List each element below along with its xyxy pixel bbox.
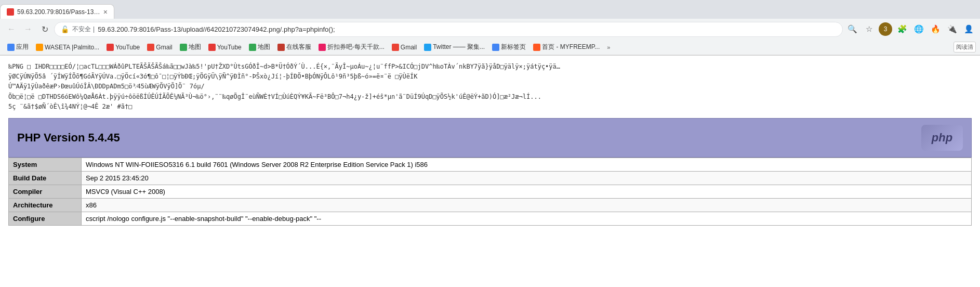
table-cell-value: MSVC9 (Visual C++ 2008) (82, 185, 972, 198)
garbled-text-block: ‰PNG □ IHDR□□□□EÓ/¦□acTL□□□WÁðûPLTEÃŠÃŠÃ… (8, 62, 972, 112)
table-cell-value: Sep 2 2015 23:45:20 (82, 171, 972, 185)
table-cell-label: System (9, 158, 82, 171)
bookmark-youtube2[interactable]: YouTube (205, 43, 245, 52)
bookmark-apps-label: 应用 (16, 43, 29, 51)
table-cell-label: Build Date (9, 171, 82, 185)
table-cell-value: cscript /nologo configure.js "--enable-s… (82, 212, 972, 225)
forward-button[interactable]: → (21, 22, 35, 36)
reading-mode-button[interactable]: 阅读清 (953, 42, 976, 53)
bookmark-gmail1-label: Gmail (156, 44, 172, 51)
table-row: Architecture x86 (9, 198, 972, 212)
php-logo-text: php (932, 131, 952, 145)
bookmark-newtab-label: 新标签页 (501, 43, 526, 51)
home-favicon (533, 44, 540, 51)
youtube1-favicon (107, 44, 114, 51)
table-cell-label: Compiler (9, 185, 82, 198)
update-button[interactable]: 🔥 (928, 22, 943, 36)
jd-favicon (277, 44, 285, 51)
ditu2-favicon (249, 44, 256, 51)
php-version: PHP Version 5.4.45 (17, 131, 120, 145)
security-text: 不安全 (72, 25, 91, 34)
php-logo: php (921, 125, 963, 151)
table-cell-value: Windows NT WIN-FOIIESO5316 6.1 build 760… (82, 158, 972, 171)
bookmark-ditu2[interactable]: 地图 (246, 42, 273, 53)
garbled-line-1: ‰PNG □ IHDR□□□□EÓ/¦□acTL□□□WÁðûPLTEÃŠÃŠÃ… (8, 62, 972, 72)
bookmark-button[interactable]: ☆ (862, 22, 876, 36)
more-bookmarks-button[interactable]: » (605, 43, 612, 51)
bookmark-waseta-label: WASETA |Palmito... (45, 44, 99, 51)
extensions-button[interactable]: 🧩 (895, 22, 909, 36)
search-button[interactable]: 🔍 (845, 22, 859, 36)
garbled-line-2: ÿØCÿÚNÿÕ5â ´ÿÍWÿÍÕõ¶GóÃYÿÚVa.□ÿÖcí«3ó¶□ô… (8, 72, 972, 82)
globe-button[interactable]: 🌐 (911, 22, 926, 36)
profile-icon-button[interactable]: 3 (878, 22, 893, 36)
table-row: Build Date Sep 2 2015 23:45:20 (9, 171, 972, 185)
table-cell-label: Configure (9, 212, 82, 225)
avatar: 3 (879, 22, 892, 36)
bookmark-gmail2[interactable]: Gmail (389, 43, 420, 52)
garbled-line-3: Ú™AÄÿ1ÿÙaðêæP›ÐœuûÚóÎÂ\ÐDDpADm5□ö³⁄45ùÆW… (8, 82, 972, 92)
youtube2-favicon (208, 44, 216, 51)
bookmark-quan[interactable]: 折扣券吧-每天千款... (315, 42, 388, 53)
php-header: PHP Version 5.4.45 php (8, 118, 972, 158)
bookmark-ditu1[interactable]: 地图 (177, 42, 204, 53)
twitter-favicon (424, 44, 431, 51)
puzzle-button[interactable]: 🔌 (945, 22, 959, 36)
bookmark-jd-label: 在线客服 (286, 43, 311, 51)
bookmark-twitter[interactable]: Twitter —— 聚集... (421, 42, 488, 53)
separator: | (93, 25, 95, 33)
bookmark-waseta[interactable]: WASETA |Palmito... (33, 43, 102, 52)
table-row: System Windows NT WIN-FOIIESO5316 6.1 bu… (9, 158, 972, 171)
newtab-favicon (492, 44, 499, 51)
bookmark-home-label: 首页 - MYFREEMP... (542, 43, 600, 51)
active-tab[interactable]: 59.63.200.79:8016/Pass-13/upload//642021… (0, 4, 114, 19)
bookmark-youtube2-label: YouTube (217, 44, 242, 51)
address-bar[interactable]: 🔓 不安全 | 59.63.200.79:8016/Pass-13/upload… (54, 22, 843, 37)
nav-bar: ← → ↻ 🔓 不安全 | 59.63.200.79:8016/Pass-13/… (0, 19, 980, 40)
bookmark-youtube1-label: YouTube (115, 44, 140, 51)
notification-area: 3 (878, 22, 893, 36)
back-button[interactable]: ← (4, 22, 19, 36)
table-cell-value: x86 (82, 198, 972, 212)
garbled-line-4: Õb□ë¦□ë □DTHDS6óEWô¼QøÅ6Àt.þÿÿú÷ôöëßÍÚÊÚ… (8, 92, 972, 102)
bookmark-home[interactable]: 首页 - MYFREEMP... (530, 42, 603, 53)
bookmark-youtube1[interactable]: YouTube (103, 43, 143, 52)
phpinfo-container: PHP Version 5.4.45 php System Windows NT… (8, 118, 972, 226)
bookmark-gmail2-label: Gmail (401, 44, 417, 51)
gmail1-favicon (147, 44, 154, 51)
waseta-favicon (36, 44, 43, 51)
garbled-line-5: 5ç ¨&ã†$øÑ´òÊ\î¾4NÝ¦@¬4Ê 2æ' #ã†□ (8, 102, 972, 112)
bookmark-gmail1[interactable]: Gmail (144, 43, 175, 52)
bookmark-jd[interactable]: 在线客服 (274, 42, 314, 53)
security-indicator: 不安全 | (72, 25, 95, 34)
table-cell-label: Architecture (9, 198, 82, 212)
refresh-button[interactable]: ↻ (37, 22, 52, 36)
user-button[interactable]: 👤 (961, 22, 976, 36)
ditu1-favicon (180, 44, 187, 51)
tab-favicon (7, 8, 14, 16)
page-content: ‰PNG □ IHDR□□□□EÓ/¦□acTL□□□WÁðûPLTEÃŠÃŠÃ… (0, 56, 980, 232)
quan-favicon (319, 44, 326, 51)
apps-favicon (7, 44, 15, 51)
bookmark-twitter-label: Twitter —— 聚集... (433, 43, 485, 51)
php-info-table: System Windows NT WIN-FOIIESO5316 6.1 bu… (8, 158, 972, 226)
tab-title: 59.63.200.79:8016/Pass-13/upload//642021… (17, 8, 100, 16)
bookmark-quan-label: 折扣券吧-每天千款... (327, 43, 385, 51)
table-row: Configure cscript /nologo configure.js "… (9, 212, 972, 225)
lock-icon: 🔓 (61, 25, 69, 33)
nav-icons: 🔍 ☆ 3 🧩 🌐 🔥 🔌 👤 (845, 22, 976, 36)
tab-close-button[interactable]: × (103, 8, 108, 16)
bookmark-apps[interactable]: 应用 (4, 42, 32, 53)
tab-bar: 59.63.200.79:8016/Pass-13/upload//642021… (0, 0, 980, 19)
bookmark-newtab[interactable]: 新标签页 (489, 42, 529, 53)
bookmarks-bar: 应用 WASETA |Palmito... YouTube Gmail 地图 Y… (0, 40, 980, 55)
table-row: Compiler MSVC9 (Visual C++ 2008) (9, 185, 972, 198)
url-text: 59.63.200.79:8016/Pass-13/upload//642021… (98, 25, 836, 33)
gmail2-favicon (392, 44, 399, 51)
browser-chrome: 59.63.200.79:8016/Pass-13/upload//642021… (0, 0, 980, 56)
bookmark-ditu2-label: 地图 (258, 43, 270, 51)
bookmark-ditu1-label: 地图 (189, 43, 201, 51)
